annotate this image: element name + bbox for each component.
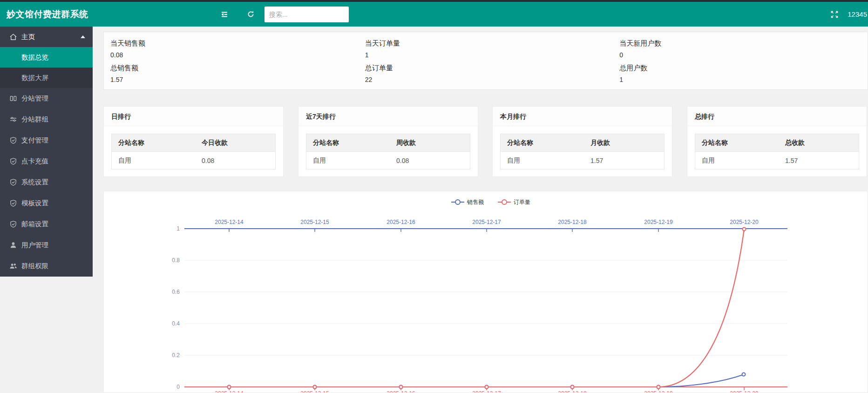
rank-table: 分站名称 总收款 自用 1.57 xyxy=(695,134,859,169)
home-icon xyxy=(9,33,17,41)
svg-text:2025-12-14: 2025-12-14 xyxy=(215,219,244,225)
stat-value: 22 xyxy=(365,76,613,83)
fullscreen-icon[interactable] xyxy=(825,2,844,27)
svg-text:1: 1 xyxy=(176,225,180,232)
legend-item-sales[interactable]: 销售额 xyxy=(451,199,484,205)
x-axis-bottom-labels: 2025-12-14 2025-12-15 2025-12-16 2025-12… xyxy=(215,390,759,393)
sidebar-item-substation-groups[interactable]: 分站群组 xyxy=(0,109,93,130)
svg-text:2025-12-16: 2025-12-16 xyxy=(387,390,415,393)
svg-text:2025-12-17: 2025-12-17 xyxy=(472,219,501,225)
table-row: 自用 1.57 xyxy=(695,152,859,169)
sidebar-item-label: 点卡充值 xyxy=(21,157,48,166)
sidebar-item-payment-manage[interactable]: 支付管理 xyxy=(0,130,93,151)
table-row: 自用 1.57 xyxy=(501,152,665,169)
rank-col-header: 今日收款 xyxy=(195,134,275,152)
svg-text:2025-12-15: 2025-12-15 xyxy=(300,219,329,225)
rank-cell-value: 1.57 xyxy=(584,152,664,169)
chevron-up-icon xyxy=(81,35,85,38)
stat-value: 1 xyxy=(365,51,613,59)
stat-col-sales: 当天销售额 0.08 总销售额 1.57 xyxy=(104,32,359,89)
sidebar-item-label: 分站群组 xyxy=(21,115,48,124)
svg-text:2025-12-19: 2025-12-19 xyxy=(644,219,673,225)
svg-text:2025-12-19: 2025-12-19 xyxy=(644,390,673,393)
rank-card-title: 本月排行 xyxy=(493,107,672,126)
sidebar-item-label: 分站管理 xyxy=(21,94,48,103)
sidebar-item-home[interactable]: 主页 xyxy=(0,27,93,47)
shield-check-icon xyxy=(9,178,17,186)
stat-label: 当天订单量 xyxy=(365,39,613,48)
rank-col-header: 分站名称 xyxy=(501,134,584,152)
rank-table: 分站名称 月收款 自用 1.57 xyxy=(500,134,665,169)
svg-text:2025-12-16: 2025-12-16 xyxy=(387,219,415,225)
table-row: 自用 0.08 xyxy=(112,152,276,169)
rank-table: 分站名称 今日收款 自用 0.08 xyxy=(111,134,276,169)
sliders-icon xyxy=(9,115,17,123)
sidebar-item-group-permission[interactable]: 群组权限 xyxy=(0,256,93,277)
svg-text:2025-12-17: 2025-12-17 xyxy=(472,390,501,393)
stat-label: 总销售额 xyxy=(110,64,359,73)
rank-cell-value: 0.08 xyxy=(390,152,470,169)
sidebar-nav: 主页 数据总览 数据大屏 分站管理 分站群组 支付管理 xyxy=(0,27,93,277)
svg-text:0.6: 0.6 xyxy=(172,289,180,295)
legend-item-orders[interactable]: 订单量 xyxy=(498,199,530,205)
svg-text:订单量: 订单量 xyxy=(514,199,530,205)
sidebar-item-system-settings[interactable]: 系统设置 xyxy=(0,172,93,193)
stat-value: 0 xyxy=(619,51,868,59)
collapse-menu-icon[interactable] xyxy=(215,2,234,27)
sidebar-item-mail-settings[interactable]: 邮箱设置 xyxy=(0,214,93,235)
stat-label: 当天销售额 xyxy=(110,39,359,48)
stat-value: 1 xyxy=(619,76,868,83)
sidebar-item-label: 邮箱设置 xyxy=(21,220,48,229)
search-box xyxy=(264,7,349,22)
svg-text:2025-12-18: 2025-12-18 xyxy=(558,390,587,393)
rank-col-header: 周收款 xyxy=(390,134,470,152)
rank-card-title: 近7天排行 xyxy=(298,107,478,126)
svg-text:0.2: 0.2 xyxy=(172,352,180,359)
columns-icon xyxy=(9,95,17,102)
sidebar-item-data-overview[interactable]: 数据总览 xyxy=(0,47,93,68)
users-icon xyxy=(9,262,17,270)
username-menu[interactable]: 12345 xyxy=(848,2,867,27)
expand-arrows-icon xyxy=(830,10,839,19)
svg-text:2025-12-20: 2025-12-20 xyxy=(730,219,759,225)
table-row: 自用 0.08 xyxy=(306,152,470,169)
sidebar-item-data-screen[interactable]: 数据大屏 xyxy=(0,68,93,88)
series-orders-line xyxy=(228,228,746,389)
rank-col-header: 分站名称 xyxy=(695,134,779,152)
svg-text:销售额: 销售额 xyxy=(467,199,484,205)
svg-text:2025-12-15: 2025-12-15 xyxy=(300,390,329,393)
sidebar-item-label: 数据大屏 xyxy=(21,74,48,82)
line-chart: 销售额 订单量 1 0.8 0.6 0.4 0.2 0 xyxy=(104,191,868,393)
shield-check-icon xyxy=(9,199,17,207)
rank-table: 分站名称 周收款 自用 0.08 xyxy=(306,134,470,169)
sidebar-item-label: 系统设置 xyxy=(21,178,48,187)
stat-col-orders: 当天订单量 1 总订单量 22 xyxy=(359,32,613,89)
stat-label: 当天新用户数 xyxy=(619,39,868,48)
stat-label: 总订单量 xyxy=(365,64,613,73)
refresh-icon[interactable] xyxy=(241,2,260,27)
sales-orders-chart-card: 销售额 订单量 1 0.8 0.6 0.4 0.2 0 xyxy=(103,191,868,393)
x-axis-top-labels: 2025-12-14 2025-12-15 2025-12-16 2025-12… xyxy=(215,219,759,225)
sidebar-item-label: 群组权限 xyxy=(21,262,48,271)
rank-card-daily: 日排行 分站名称 今日收款 自用 0.08 xyxy=(103,106,284,177)
sidebar-item-substation-manage[interactable]: 分站管理 xyxy=(0,88,93,109)
menu-lines-icon xyxy=(220,10,229,19)
shield-check-icon xyxy=(9,157,17,165)
sidebar-item-card-recharge[interactable]: 点卡充值 xyxy=(0,151,93,172)
orders-endpoint-marker xyxy=(743,228,746,231)
svg-text:0.8: 0.8 xyxy=(172,257,180,264)
search-input[interactable] xyxy=(264,7,349,22)
sidebar-item-label: 模板设置 xyxy=(21,199,48,208)
svg-text:0.4: 0.4 xyxy=(172,320,180,327)
rank-card-week: 近7天排行 分站名称 周收款 自用 0.08 xyxy=(298,106,478,177)
stats-summary-card: 当天销售额 0.08 总销售额 1.57 当天订单量 1 总订单量 22 当天新… xyxy=(103,32,868,90)
sidebar-item-template-settings[interactable]: 模板设置 xyxy=(0,193,93,214)
user-icon xyxy=(9,241,17,249)
stat-value: 0.08 xyxy=(110,51,359,59)
sidebar-item-label: 数据总览 xyxy=(21,53,48,62)
rank-card-month: 本月排行 分站名称 月收款 自用 1.57 xyxy=(492,106,672,177)
sidebar-item-user-manage[interactable]: 用户管理 xyxy=(0,235,93,256)
sidebar-item-label: 支付管理 xyxy=(21,136,48,145)
refresh-arrow-icon xyxy=(247,10,255,18)
svg-text:2025-12-14: 2025-12-14 xyxy=(215,390,244,393)
